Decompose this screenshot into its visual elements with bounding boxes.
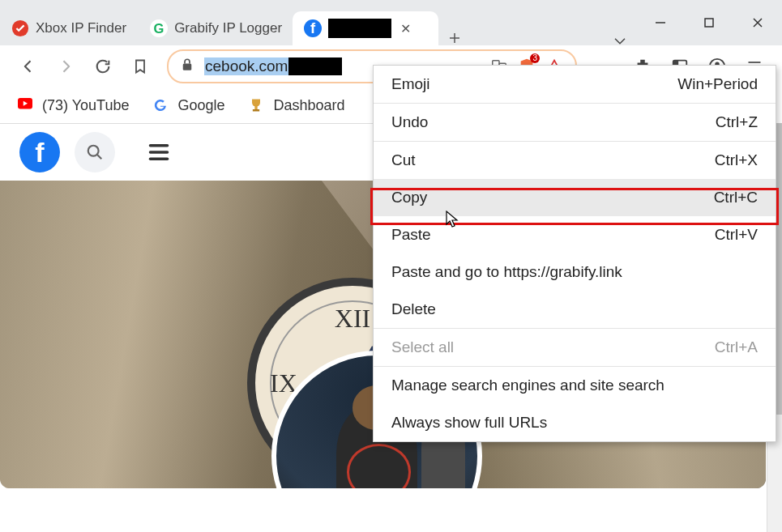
facebook-logo[interactable]: f bbox=[19, 132, 60, 172]
url-text: cebook.com bbox=[204, 57, 342, 75]
ctx-cut[interactable]: CutCtrl+X bbox=[374, 142, 776, 179]
context-menu: EmojiWin+Period UndoCtrl+Z CutCtrl+X Cop… bbox=[373, 65, 776, 442]
ctx-emoji[interactable]: EmojiWin+Period bbox=[374, 66, 776, 103]
back-button[interactable] bbox=[18, 56, 39, 77]
close-icon[interactable]: ✕ bbox=[398, 21, 412, 36]
svg-rect-6 bbox=[705, 19, 713, 27]
bookmark-dashboard[interactable]: Dashboard bbox=[247, 96, 344, 114]
ctx-paste-and-go[interactable]: Paste and go to https://grabify.link bbox=[374, 253, 776, 291]
tab-xbox-ip[interactable]: Xbox IP Finder bbox=[0, 11, 138, 45]
svg-text:f: f bbox=[310, 19, 316, 36]
bookmark-label: Dashboard bbox=[273, 97, 344, 114]
svg-rect-19 bbox=[253, 109, 259, 112]
tab-search-button[interactable] bbox=[604, 36, 636, 45]
svg-rect-7 bbox=[183, 64, 192, 70]
window-titlebar: Xbox IP Finder G Grabify IP Logger f ✕ bbox=[0, 0, 782, 45]
url-redacted bbox=[288, 57, 342, 75]
tab-grabify[interactable]: G Grabify IP Logger bbox=[139, 11, 293, 45]
new-tab-button[interactable] bbox=[438, 31, 471, 45]
trophy-icon bbox=[247, 96, 265, 114]
reload-button[interactable] bbox=[92, 56, 113, 77]
tab-facebook[interactable]: f ✕ bbox=[293, 11, 438, 45]
ctx-show-full-urls[interactable]: Always show full URLs bbox=[374, 404, 776, 441]
cursor-icon bbox=[446, 211, 460, 232]
window-controls bbox=[636, 0, 782, 45]
grabify-icon: G bbox=[150, 19, 168, 37]
ctx-paste[interactable]: PasteCtrl+V bbox=[374, 216, 776, 253]
bookmark-label: Google bbox=[177, 97, 224, 114]
ctx-undo[interactable]: UndoCtrl+Z bbox=[374, 104, 776, 141]
bookmark-label: (73) YouTube bbox=[42, 97, 129, 114]
svg-text:G: G bbox=[154, 21, 165, 36]
check-icon bbox=[11, 19, 29, 37]
maximize-button[interactable] bbox=[685, 5, 733, 40]
bookmark-button[interactable] bbox=[130, 56, 151, 77]
ctx-select-all[interactable]: Select allCtrl+A bbox=[374, 329, 776, 366]
tab-label: Xbox IP Finder bbox=[36, 20, 126, 36]
tab-label: Grabify IP Logger bbox=[174, 20, 282, 36]
minimize-button[interactable] bbox=[636, 5, 685, 40]
bookmark-youtube[interactable]: (73) YouTube bbox=[16, 96, 129, 114]
tab-title-redacted bbox=[328, 19, 391, 38]
ctx-copy[interactable]: CopyCtrl+C bbox=[374, 179, 776, 216]
tab-strip: Xbox IP Finder G Grabify IP Logger f ✕ bbox=[0, 0, 636, 45]
youtube-icon bbox=[16, 96, 34, 114]
svg-rect-18 bbox=[255, 106, 258, 109]
search-button[interactable] bbox=[75, 132, 115, 172]
ctx-delete[interactable]: Delete bbox=[374, 291, 776, 328]
ctx-manage-search[interactable]: Manage search engines and site search bbox=[374, 367, 776, 404]
svg-point-20 bbox=[88, 146, 99, 156]
forward-button[interactable] bbox=[55, 56, 76, 77]
close-button[interactable] bbox=[733, 5, 782, 40]
svg-line-21 bbox=[97, 155, 102, 160]
google-icon bbox=[152, 96, 169, 114]
hamburger-button[interactable] bbox=[139, 132, 179, 172]
lock-icon bbox=[180, 57, 196, 75]
bookmark-google[interactable]: Google bbox=[152, 96, 224, 114]
facebook-icon: f bbox=[304, 19, 322, 37]
